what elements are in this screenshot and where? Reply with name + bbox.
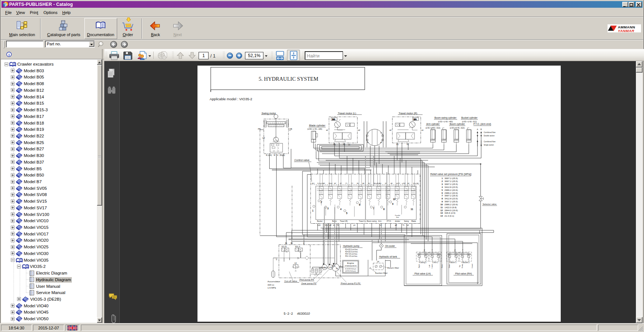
- svg-text:i: i: [8, 52, 10, 57]
- svg-text:a8’: a8’: [329, 224, 332, 226]
- svg-text:8: 8: [442, 197, 443, 200]
- svg-text:16.4kW/2500rpm: 16.4kW/2500rpm: [345, 268, 357, 270]
- svg-text:Travel motor (L): Travel motor (L): [338, 112, 356, 115]
- svg-text:(d 65 × d 40—512): (d 65 × d 40—512): [462, 121, 477, 123]
- svg-text:divider: divider: [395, 220, 400, 222]
- svg-text:B6: B6: [357, 182, 359, 184]
- svg-text:3697.2 (25.5): 3697.2 (25.5): [445, 183, 458, 185]
- svg-text:12: 12: [262, 137, 265, 139]
- svg-text:OB: OB: [289, 128, 292, 130]
- svg-text:b2: b2: [407, 224, 409, 226]
- svg-text:M: M: [274, 154, 275, 156]
- svg-text:A7: A7: [334, 182, 336, 184]
- svg-text:Travel (R): Travel (R): [340, 220, 348, 222]
- svg-text:Combined flow: Combined flow: [484, 141, 496, 143]
- svg-text:Return filter: Return filter: [387, 266, 399, 269]
- svg-text:4: 4: [442, 186, 443, 188]
- svg-text:Right: Right: [418, 264, 420, 268]
- svg-text:SOL.B: SOL.B: [281, 246, 287, 248]
- svg-text:5: 5: [442, 189, 443, 191]
- svg-text:4630010: 4630010: [297, 312, 310, 315]
- svg-text:Boom cylinder: Boom cylinder: [449, 123, 465, 126]
- svg-text:a2: a2: [389, 129, 392, 131]
- svg-text:Left: Left: [428, 265, 430, 268]
- svg-text:4: 4: [340, 208, 342, 210]
- svg-text:Applicable model : VIO35-2: Applicable model : VIO35-2: [210, 97, 252, 101]
- svg-text:B9a8: B9a8: [329, 182, 333, 184]
- svg-text:9: 9: [442, 200, 443, 203]
- svg-text:Combined flow: Combined flow: [484, 132, 496, 133]
- svg-text:2986.2 (20.6): 2986.2 (20.6): [445, 192, 458, 194]
- svg-text:Travel (L): Travel (L): [359, 220, 367, 222]
- svg-text:P2: P2: [351, 182, 353, 184]
- svg-text:320 cc: 320 cc: [267, 283, 274, 286]
- svg-text:3 Boom 1: 3 Boom 1: [449, 262, 456, 263]
- svg-text:Blade cylinder: Blade cylinder: [309, 124, 326, 127]
- svg-text:3: 3: [442, 183, 443, 185]
- svg-text:a2: a2: [358, 129, 360, 131]
- svg-text:(d 65 × d 45—623): (d 65 × d 45—623): [450, 127, 465, 129]
- svg-text:2844.0 (19.6): 2844.0 (19.6): [445, 209, 458, 212]
- svg-text:Gear pump P3: Gear pump P3: [301, 282, 316, 284]
- svg-text:Selector valve: Selector valve: [483, 203, 497, 205]
- svg-text:5. HYDRAULIC SYSTEM: 5. HYDRAULIC SYSTEM: [259, 76, 318, 82]
- svg-text:D1: D1: [380, 132, 382, 134]
- svg-text:a2B2: a2B2: [402, 182, 406, 184]
- svg-text:p1: p1: [353, 224, 356, 226]
- svg-text:Lower: Lower: [431, 264, 433, 268]
- svg-text:Accumulator: Accumulator: [267, 280, 280, 283]
- svg-text:2: 2: [442, 180, 443, 182]
- svg-text:B7: B7: [340, 182, 342, 184]
- svg-text:P1=15.5 cm³/rev.: P1=15.5 cm³/rev.: [345, 249, 358, 251]
- svg-text:10: 10: [440, 203, 443, 206]
- svg-text:Boom swing cylinder: Boom swing cylinder: [434, 116, 456, 119]
- svg-text:3697.2 (25.5): 3697.2 (25.5): [445, 180, 458, 182]
- svg-text:(d 80× d 40—180): (d 80× d 40—180): [307, 128, 322, 130]
- svg-text:1422.0 (9.8): 1422.0 (9.8): [445, 206, 457, 209]
- svg-text:3697.2 (25.5): 3697.2 (25.5): [445, 177, 458, 179]
- svg-text:A3: A3: [391, 182, 393, 184]
- svg-text:SOL.A: SOL.A: [295, 246, 300, 248]
- svg-text:Oil cooler: Oil cooler: [385, 245, 395, 247]
- svg-text:4 Swing 2: 4 Swing 2: [419, 262, 427, 263]
- svg-text:B1a1A1: B1a1A1: [413, 182, 419, 184]
- svg-text:2986.2 (20.6): 2986.2 (20.6): [445, 189, 458, 191]
- svg-text:14: 14: [377, 261, 379, 263]
- svg-text:Piston pump P1,P2: Piston pump P1,P2: [341, 282, 361, 284]
- svg-text:Boom swing: Boom swing: [367, 220, 377, 222]
- svg-text:a1: a1: [421, 129, 424, 131]
- svg-text:12: 12: [440, 209, 443, 212]
- svg-text:5-2-2: 5-2-2: [284, 312, 293, 315]
- svg-text:Blade: Blade: [412, 220, 416, 222]
- svg-text:B1: B1: [367, 141, 369, 143]
- svg-text:D: D: [276, 259, 277, 261]
- svg-text:3412.8 (23.5): 3412.8 (23.5): [445, 186, 458, 188]
- svg-text:A5a4B4: A5a4B4: [374, 182, 379, 184]
- svg-text:T2: T2: [337, 224, 339, 226]
- svg-text:P.T.O.: P.T.O.: [387, 220, 392, 222]
- svg-text:Relief valve set pressure [PSI: Relief valve set pressure [PSI (MPa)]: [430, 173, 472, 176]
- svg-text:Hydraulic pump: Hydraulic pump: [343, 245, 360, 248]
- svg-text:(Right): (Right): [280, 154, 285, 156]
- svg-text:11: 11: [441, 206, 443, 209]
- svg-text:3697.2 (25.5): 3697.2 (25.5): [445, 194, 458, 197]
- svg-text:3: 3: [327, 207, 329, 210]
- svg-text:P.T.O. (Arm end): P.T.O. (Arm end): [473, 123, 491, 126]
- svg-text:P3: P3: [329, 267, 332, 269]
- svg-text:426.6 (2.9): 426.6 (2.9): [445, 212, 455, 214]
- svg-text:3412.8 (23.5): 3412.8 (23.5): [445, 197, 458, 200]
- svg-text:Arm: Arm: [378, 220, 382, 222]
- svg-text:A: A: [277, 154, 279, 156]
- svg-text:Down: Down: [448, 264, 450, 268]
- svg-text:B/G: B/G: [332, 119, 336, 120]
- svg-text:Engine: Engine: [347, 262, 354, 264]
- svg-text:A4: A4: [379, 182, 382, 184]
- svg-text:Crowd: Crowd: [471, 263, 473, 268]
- svg-text:P4: P4: [323, 267, 326, 269]
- svg-text:P3= 9.5 cm³/rev.: P3= 9.5 cm³/rev.: [345, 253, 358, 255]
- svg-text:1: 1: [312, 209, 314, 212]
- svg-text:2986.2 (20.6): 2986.2 (20.6): [445, 203, 458, 206]
- svg-text:(26PS/2500rpm): (26PS/2500rpm): [345, 270, 356, 272]
- svg-text:P4= 4.5 cm³/rev.: P4= 4.5 cm³/rev.: [345, 255, 358, 257]
- svg-text:Control valve: Control valve: [294, 159, 309, 161]
